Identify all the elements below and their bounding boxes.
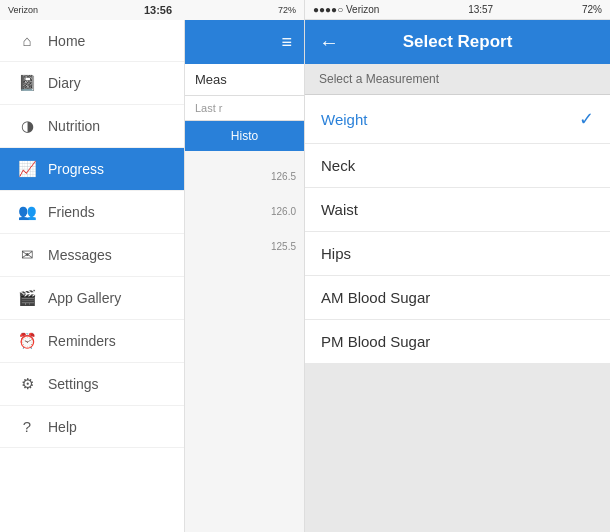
- messages-icon: ✉: [16, 246, 38, 264]
- report-item-neck[interactable]: Neck: [305, 144, 610, 188]
- main-area: ≡ Meas Last r Histo 126.5 126.0 125.5: [185, 20, 304, 532]
- home-icon: ⌂: [16, 32, 38, 49]
- sidebar-item-diary[interactable]: 📓 Diary: [0, 62, 184, 105]
- diary-icon: 📓: [16, 74, 38, 92]
- left-battery: 72%: [278, 5, 296, 15]
- chart-label-1: 126.5: [271, 171, 296, 182]
- sidebar-item-help[interactable]: ? Help: [0, 406, 184, 448]
- tab-history[interactable]: Histo: [185, 121, 304, 151]
- settings-icon: ⚙: [16, 375, 38, 393]
- sidebar-label-home: Home: [48, 33, 85, 49]
- sidebar: ⌂ Home 📓 Diary ◑ Nutrition 📈 Progress 👥 …: [0, 20, 185, 532]
- sidebar-item-messages[interactable]: ✉ Messages: [0, 234, 184, 277]
- sidebar-label-app-gallery: App Gallery: [48, 290, 121, 306]
- content-label: Meas: [185, 64, 304, 96]
- sidebar-item-friends[interactable]: 👥 Friends: [0, 191, 184, 234]
- report-label-am-blood-sugar: AM Blood Sugar: [321, 289, 430, 306]
- right-status-bar: ●●●●○ Verizon 13:57 72%: [305, 0, 610, 20]
- page-title: Select Report: [355, 32, 560, 52]
- help-icon: ?: [16, 418, 38, 435]
- left-panel: Verizon 13:56 72% ⌂ Home 📓 Diary ◑ Nutri…: [0, 0, 305, 532]
- right-time: 13:57: [468, 4, 493, 15]
- sidebar-item-progress[interactable]: 📈 Progress: [0, 148, 184, 191]
- chart-area: 126.5 126.0 125.5: [185, 151, 304, 532]
- app-gallery-icon: 🎬: [16, 289, 38, 307]
- sidebar-item-reminders[interactable]: ⏰ Reminders: [0, 320, 184, 363]
- progress-icon: 📈: [16, 160, 38, 178]
- reminders-icon: ⏰: [16, 332, 38, 350]
- sidebar-item-nutrition[interactable]: ◑ Nutrition: [0, 105, 184, 148]
- report-label-weight: Weight: [321, 111, 367, 128]
- report-item-pm-blood-sugar[interactable]: PM Blood Sugar: [305, 320, 610, 364]
- sidebar-label-friends: Friends: [48, 204, 95, 220]
- right-carrier: ●●●●○ Verizon: [313, 4, 379, 15]
- report-label-waist: Waist: [321, 201, 358, 218]
- sidebar-label-diary: Diary: [48, 75, 81, 91]
- report-item-waist[interactable]: Waist: [305, 188, 610, 232]
- hamburger-icon[interactable]: ≡: [281, 32, 292, 53]
- sidebar-item-settings[interactable]: ⚙ Settings: [0, 363, 184, 406]
- right-panel: ●●●●○ Verizon 13:57 72% ← Select Report …: [305, 0, 610, 532]
- sidebar-label-settings: Settings: [48, 376, 99, 392]
- main-header: ≡: [185, 20, 304, 64]
- left-status-bar: Verizon 13:56 72%: [0, 0, 304, 20]
- report-label-neck: Neck: [321, 157, 355, 174]
- sidebar-label-reminders: Reminders: [48, 333, 116, 349]
- report-item-am-blood-sugar[interactable]: AM Blood Sugar: [305, 276, 610, 320]
- chart-label-2: 126.0: [271, 206, 296, 217]
- report-label-hips: Hips: [321, 245, 351, 262]
- sidebar-item-home[interactable]: ⌂ Home: [0, 20, 184, 62]
- report-item-weight[interactable]: Weight ✓: [305, 95, 610, 144]
- right-battery: 72%: [582, 4, 602, 15]
- checkmark-icon: ✓: [579, 108, 594, 130]
- empty-area: [305, 364, 610, 532]
- report-item-hips[interactable]: Hips: [305, 232, 610, 276]
- report-label-pm-blood-sugar: PM Blood Sugar: [321, 333, 430, 350]
- friends-icon: 👥: [16, 203, 38, 221]
- report-list: Weight ✓ Neck Waist Hips AM Blood Sugar …: [305, 95, 610, 364]
- left-time: 13:56: [144, 4, 172, 16]
- sidebar-item-app-gallery[interactable]: 🎬 App Gallery: [0, 277, 184, 320]
- content-sublabel: Last r: [185, 96, 304, 121]
- sidebar-label-help: Help: [48, 419, 77, 435]
- right-header: ← Select Report: [305, 20, 610, 64]
- sidebar-label-nutrition: Nutrition: [48, 118, 100, 134]
- sidebar-label-progress: Progress: [48, 161, 104, 177]
- sidebar-label-messages: Messages: [48, 247, 112, 263]
- left-carrier: Verizon: [8, 5, 38, 15]
- left-content: ⌂ Home 📓 Diary ◑ Nutrition 📈 Progress 👥 …: [0, 20, 304, 532]
- section-label: Select a Measurement: [305, 64, 610, 95]
- nutrition-icon: ◑: [16, 117, 38, 135]
- chart-label-3: 125.5: [271, 241, 296, 252]
- back-button[interactable]: ←: [319, 31, 339, 54]
- tab-bar: Histo: [185, 121, 304, 151]
